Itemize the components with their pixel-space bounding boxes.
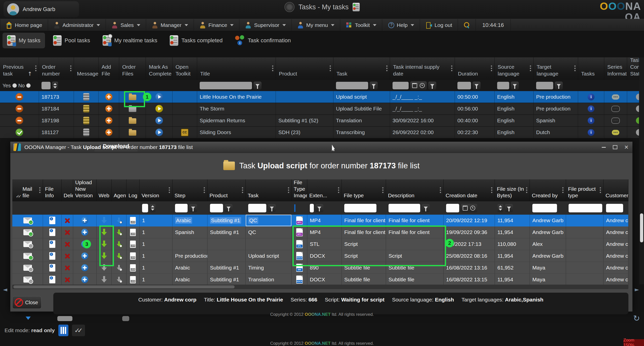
download-web-icon[interactable] <box>101 217 107 224</box>
calendar-icon[interactable] <box>463 206 468 211</box>
download-log-icon[interactable]: LOG <box>130 264 136 272</box>
order-files-folder-icon[interactable] <box>129 118 136 124</box>
add-file-icon[interactable] <box>105 129 112 136</box>
column-header-order-number[interactable]: Order number <box>39 57 74 80</box>
file-info-icon[interactable] <box>49 217 55 224</box>
file-row[interactable]: →LOG1ArabicSubtitling #1TranslationDOCXD… <box>12 274 628 286</box>
download-log-icon[interactable]: LOG <box>130 229 136 236</box>
column-header-creation-date[interactable]: Creation date <box>444 179 495 201</box>
file-size-spinner[interactable] <box>497 204 503 212</box>
column-menu-icon[interactable] <box>491 187 492 188</box>
column-header-title[interactable]: Title <box>197 57 276 80</box>
target-language-filter-icon[interactable] <box>555 82 563 90</box>
no-radio[interactable] <box>26 83 31 88</box>
description-filter-input[interactable] <box>389 204 420 212</box>
version-filter-input[interactable] <box>142 204 148 212</box>
tab-task-confirmation[interactable]: iTask confirmation <box>231 33 295 48</box>
file-info-icon[interactable] <box>49 228 55 236</box>
tab-pool-tasks[interactable]: Pool tasks <box>49 33 95 48</box>
column-header-file-type-image[interactable]: File Type Image <box>292 179 307 201</box>
column-header-description[interactable]: Description <box>386 179 444 201</box>
column-menu-icon[interactable] <box>562 187 564 188</box>
file-size-filter-icon[interactable] <box>505 204 513 212</box>
upload-new-version-icon[interactable] <box>81 229 88 236</box>
menu-search[interactable] <box>458 19 476 31</box>
column-menu-icon[interactable] <box>574 65 576 67</box>
column-header-message[interactable]: Message <box>74 57 99 80</box>
download-agent-icon[interactable] <box>116 218 121 223</box>
order-number-spinner[interactable] <box>52 82 58 90</box>
open-toolkit-cc-icon[interactable]: CC <box>181 129 189 136</box>
delete-icon[interactable] <box>64 217 70 223</box>
mail-file-icon[interactable]: → <box>23 229 32 235</box>
mark-as-complete-icon[interactable] <box>155 129 163 136</box>
column-header-previous-task[interactable]: Previous task↑ <box>0 57 39 80</box>
column-header-file-info[interactable]: File Info <box>43 179 62 201</box>
modal-horizontal-scrollbar[interactable] <box>12 285 628 289</box>
column-header-log[interactable]: Log <box>126 179 140 201</box>
column-header-task[interactable]: Task <box>333 57 390 80</box>
title-filter-icon[interactable] <box>253 82 262 90</box>
column-menu-icon[interactable] <box>39 187 40 188</box>
step-filter-input[interactable] <box>175 204 188 212</box>
add-file-icon[interactable] <box>105 105 112 112</box>
column-header-file-type[interactable]: File type <box>342 179 386 201</box>
step-filter-icon[interactable] <box>189 204 197 212</box>
download-web-icon[interactable] <box>101 276 107 283</box>
table-row[interactable]: 187198Spiderman ReturnsSubtitling #1 (52… <box>0 115 639 127</box>
delete-icon[interactable] <box>64 241 70 247</box>
column-menu-icon[interactable] <box>330 65 331 67</box>
mail-file-icon[interactable]: → <box>23 217 32 223</box>
scroll-left-icon[interactable]: ◄ <box>3 286 7 293</box>
column-header-mark-as-complete[interactable]: Mark As Complete <box>146 57 173 80</box>
message-icon[interactable] <box>83 105 89 112</box>
task-filter-input[interactable] <box>248 204 266 212</box>
file-info-icon[interactable] <box>49 252 55 260</box>
column-header-task[interactable]: Task <box>246 179 292 201</box>
customer-filter-input[interactable] <box>606 204 623 212</box>
task-info-icon[interactable]: i <box>588 129 594 136</box>
column-header-duration[interactable]: Duration <box>455 57 495 80</box>
delete-icon[interactable] <box>64 229 70 235</box>
user-chip[interactable]: Andrew Garb <box>4 1 79 17</box>
source-language-filter-input[interactable] <box>497 82 509 89</box>
column-header-mail-file[interactable]: ✓✓Mail file <box>12 179 43 201</box>
column-menu-icon[interactable] <box>530 65 531 67</box>
supply-date-filter-input[interactable] <box>393 82 409 89</box>
column-header-file-product-type[interactable]: File product type <box>566 179 604 201</box>
table-row[interactable]: 181127CCSliding DoorsSDH (23)Transcribin… <box>0 127 639 138</box>
title-filter-input[interactable] <box>200 82 252 89</box>
column-header-exten[interactable]: Exten... <box>307 179 342 201</box>
mail-file-icon[interactable]: → <box>23 265 32 271</box>
vertical-scrollbar[interactable] <box>639 57 644 284</box>
mark-as-complete-icon[interactable] <box>155 105 163 112</box>
download-log-icon[interactable]: LOG <box>130 252 136 260</box>
file-type-filter-input[interactable] <box>344 204 376 212</box>
mark-as-complete-icon[interactable] <box>155 93 163 101</box>
column-menu-icon[interactable] <box>204 187 205 188</box>
minimize-icon[interactable] <box>602 147 606 148</box>
column-menu-icon[interactable] <box>70 65 71 67</box>
source-language-filter-icon[interactable] <box>511 82 519 90</box>
column-header-customer[interactable]: Customer <box>604 179 628 201</box>
menu-manager[interactable]: Manager <box>146 19 194 31</box>
tab-my-tasks[interactable]: My tasks <box>3 33 45 48</box>
column-header-source-language[interactable]: Source language <box>495 57 534 80</box>
upload-new-version-icon[interactable] <box>81 264 88 271</box>
menu-supervisor[interactable]: Supervisor <box>239 19 291 31</box>
duration-filter-icon[interactable] <box>473 82 481 90</box>
product-filter-input[interactable] <box>210 204 223 212</box>
column-menu-icon[interactable] <box>451 65 452 67</box>
add-file-icon[interactable] <box>105 93 112 100</box>
target-language-filter-input[interactable] <box>536 82 553 89</box>
upload-new-version-icon[interactable] <box>81 276 88 283</box>
description-filter-icon[interactable] <box>422 204 430 212</box>
file-info-icon[interactable] <box>49 240 55 248</box>
close-icon[interactable]: × <box>624 144 628 151</box>
task-info-icon[interactable]: i <box>588 94 594 100</box>
upload-new-version-icon[interactable] <box>81 217 88 224</box>
series-info-bubble-icon[interactable] <box>611 118 620 124</box>
menu-log-out[interactable]: Log out <box>420 19 458 31</box>
file-info-icon[interactable] <box>49 276 55 283</box>
task-filter-input[interactable] <box>336 82 368 89</box>
